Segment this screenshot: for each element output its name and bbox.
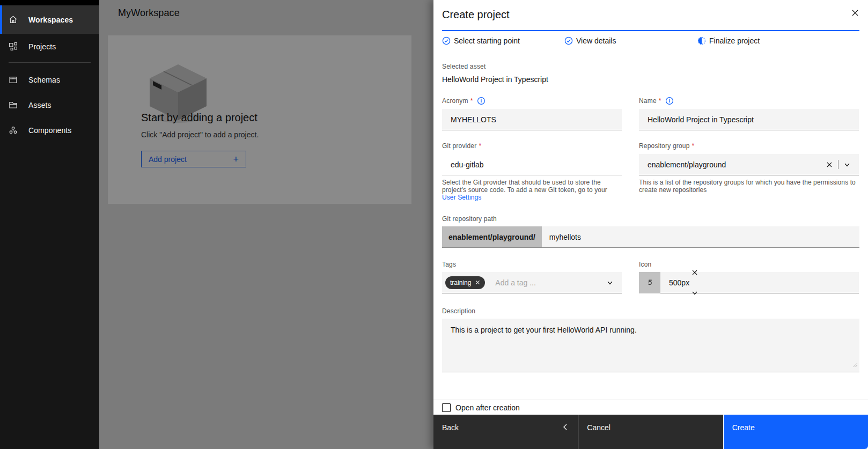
cancel-button-label: Cancel bbox=[587, 423, 610, 432]
repository-group-field-group: Repository group * enablement/playground bbox=[639, 142, 859, 201]
repository-group-combobox[interactable]: enablement/playground bbox=[639, 154, 859, 175]
git-provider-helper-text: Select the Git provider that should be u… bbox=[442, 179, 607, 194]
chevron-down-icon[interactable] bbox=[842, 159, 852, 170]
projects-icon bbox=[9, 42, 18, 51]
git-repository-path-label: Git repository path bbox=[442, 215, 859, 223]
sidebar-item-workspaces[interactable]: Workspaces bbox=[0, 5, 99, 34]
icon-preview-thumbnail bbox=[639, 272, 660, 293]
clear-selection-icon[interactable] bbox=[689, 267, 700, 278]
cancel-button[interactable]: Cancel bbox=[578, 415, 723, 449]
progress-step-select-starting-point[interactable]: Select starting point bbox=[442, 36, 564, 46]
name-input[interactable] bbox=[639, 109, 859, 130]
description-label: Description bbox=[442, 307, 859, 315]
open-after-creation-row: Open after creation bbox=[433, 400, 868, 415]
tags-label: Tags bbox=[442, 261, 622, 268]
sidebar-item-label: Projects bbox=[28, 42, 56, 51]
repository-group-helper: This is a list of the repository groups … bbox=[639, 179, 859, 194]
sidebar-item-assets[interactable]: Assets bbox=[0, 92, 99, 117]
git-provider-helper: Select the Git provider that should be u… bbox=[442, 179, 622, 201]
git-repository-path-group: Git repository path enablement/playgroun… bbox=[442, 215, 859, 248]
create-button-label: Create bbox=[732, 423, 755, 432]
open-after-creation-checkbox[interactable] bbox=[442, 403, 451, 412]
back-button[interactable]: Back bbox=[433, 415, 578, 449]
panel-title: Create project bbox=[442, 8, 510, 21]
open-after-creation-label: Open after creation bbox=[455, 403, 520, 412]
progress-indicator: Select starting point View details Final… bbox=[433, 31, 868, 50]
repository-path-value: myhellots bbox=[542, 226, 581, 247]
description-field-group: Description bbox=[442, 307, 859, 372]
info-icon[interactable] bbox=[477, 97, 486, 105]
step-label: Select starting point bbox=[454, 36, 520, 46]
chevron-down-icon[interactable] bbox=[605, 277, 615, 288]
clear-selection-icon[interactable] bbox=[824, 159, 835, 170]
git-provider-field-group: Git provider * edu-gitlab Select the Git… bbox=[442, 142, 622, 201]
user-settings-link[interactable]: User Settings bbox=[442, 194, 481, 201]
sidebar-item-components[interactable]: Components bbox=[0, 117, 99, 143]
git-repository-path-field[interactable]: enablement/playground/ myhellots bbox=[442, 226, 859, 248]
sidebar-item-schemas[interactable]: Schemas bbox=[0, 67, 99, 92]
icon-label: Icon bbox=[639, 261, 859, 268]
sidebar-divider bbox=[9, 62, 91, 63]
back-button-label: Back bbox=[442, 423, 459, 432]
resize-handle-icon[interactable] bbox=[852, 360, 858, 370]
tags-field-group: Tags training bbox=[442, 261, 622, 293]
step-label: Finalize project bbox=[709, 36, 760, 46]
panel-header: Create project bbox=[433, 0, 868, 21]
panel-body: Selected asset HelloWorld Project in Typ… bbox=[433, 50, 868, 400]
required-marker: * bbox=[692, 142, 695, 150]
step-complete-icon bbox=[564, 36, 573, 45]
sidebar-item-label: Assets bbox=[28, 101, 52, 109]
info-icon[interactable] bbox=[665, 97, 674, 105]
selected-asset-value: HelloWorld Project in Typescript bbox=[442, 75, 859, 84]
acronym-label: Acronym bbox=[442, 97, 468, 105]
git-provider-label: Git provider bbox=[442, 142, 476, 150]
repository-group-label: Repository group bbox=[639, 142, 690, 150]
sidebar-item-label: Workspaces bbox=[28, 16, 73, 24]
remove-tag-icon[interactable] bbox=[474, 279, 481, 286]
control-divider bbox=[838, 160, 838, 169]
footer-buttons: Back Cancel Create bbox=[433, 415, 868, 449]
home-icon bbox=[9, 15, 18, 24]
step-label: View details bbox=[576, 36, 616, 46]
repository-group-value: enablement/playground bbox=[639, 160, 726, 169]
sidebar-item-label: Components bbox=[28, 126, 71, 135]
tag-pill: training bbox=[445, 276, 485, 289]
required-marker: * bbox=[659, 97, 661, 105]
git-provider-value[interactable]: edu-gitlab bbox=[442, 154, 622, 175]
window-top-strip bbox=[0, 0, 99, 5]
progress-step-finalize-project[interactable]: Finalize project bbox=[697, 36, 859, 46]
icon-combobox[interactable]: 500px bbox=[639, 272, 859, 293]
chevron-left-icon bbox=[562, 423, 569, 431]
chevron-down-icon[interactable] bbox=[689, 288, 700, 298]
close-icon[interactable] bbox=[851, 9, 859, 17]
create-button[interactable]: Create bbox=[724, 415, 868, 449]
icon-value: 500px bbox=[660, 278, 689, 287]
sidebar-item-projects[interactable]: Projects bbox=[0, 34, 99, 59]
repository-path-prefix: enablement/playground/ bbox=[442, 226, 542, 247]
step-current-icon bbox=[697, 36, 706, 45]
name-field-group: Name * bbox=[639, 97, 859, 130]
create-project-panel: Create project Select starting point Vie… bbox=[433, 0, 868, 449]
acronym-field-group: Acronym * bbox=[442, 97, 622, 130]
tags-combobox[interactable]: training bbox=[442, 272, 622, 293]
add-tag-input[interactable] bbox=[494, 278, 605, 288]
schemas-icon bbox=[9, 75, 18, 84]
components-icon bbox=[9, 126, 18, 135]
icon-field-group: Icon 500px bbox=[639, 261, 859, 293]
required-marker: * bbox=[479, 142, 481, 150]
assets-icon bbox=[9, 100, 18, 109]
progress-step-view-details[interactable]: View details bbox=[564, 36, 697, 46]
name-label: Name bbox=[639, 97, 657, 105]
description-textarea[interactable] bbox=[442, 319, 859, 372]
required-marker: * bbox=[470, 97, 473, 105]
left-sidebar: Workspaces Projects Schemas Assets bbox=[0, 0, 99, 449]
sidebar-item-label: Schemas bbox=[28, 76, 60, 84]
acronym-input[interactable] bbox=[442, 109, 622, 130]
modal-dim-overlay bbox=[99, 0, 433, 449]
selected-asset-label: Selected asset bbox=[442, 63, 859, 70]
panel-footer: Open after creation Back Cancel Create bbox=[433, 400, 868, 449]
tag-label: training bbox=[450, 279, 471, 286]
step-complete-icon bbox=[442, 36, 451, 45]
